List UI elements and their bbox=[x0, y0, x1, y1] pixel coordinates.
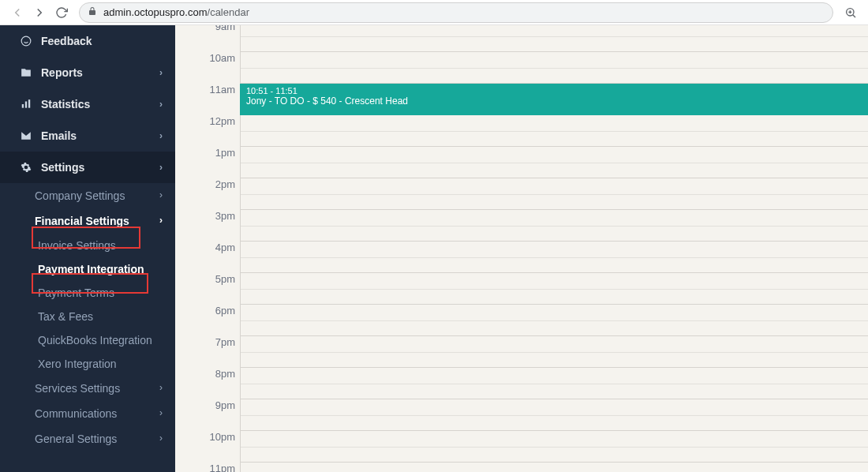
svg-line-3 bbox=[853, 14, 855, 17]
time-label: 10am bbox=[202, 52, 240, 84]
time-column: 9am10am11am12pm1pm2pm3pm4pm5pm6pm7pm8pm9… bbox=[202, 25, 240, 472]
time-label: 4pm bbox=[202, 242, 240, 273]
sidebar-subitem-payment-terms[interactable]: Payment Terms bbox=[38, 281, 175, 305]
chevron-right-icon: › bbox=[159, 433, 163, 444]
sub-label: Invoice Settings bbox=[38, 239, 116, 252]
hour-row[interactable] bbox=[241, 242, 868, 273]
sidebar-subitem-financial-settings[interactable]: Financial Settings › bbox=[35, 208, 175, 234]
chevron-right-icon: › bbox=[159, 407, 163, 418]
svg-point-4 bbox=[21, 36, 31, 46]
sub-label: Financial Settings bbox=[35, 215, 129, 227]
sub-label: QuickBooks Integration bbox=[38, 334, 152, 347]
sidebar-subitem-general-settings[interactable]: General Settings › bbox=[35, 426, 175, 451]
sidebar-subitem-communications[interactable]: Communications › bbox=[35, 401, 175, 426]
sub-label: General Settings bbox=[35, 433, 117, 445]
forward-button[interactable] bbox=[28, 2, 51, 24]
hour-row[interactable] bbox=[241, 52, 868, 84]
sidebar-label: Settings bbox=[41, 161, 84, 174]
chevron-right-icon: › bbox=[159, 382, 163, 393]
hour-row[interactable] bbox=[241, 463, 868, 472]
calendar-grid-container: 9am10am11am12pm1pm2pm3pm4pm5pm6pm7pm8pm9… bbox=[202, 25, 868, 472]
event-time: 10:51 - 11:51 bbox=[246, 86, 862, 96]
hour-row[interactable] bbox=[241, 431, 868, 463]
time-label: 6pm bbox=[202, 305, 240, 336]
url-host: admin.octopuspro.com bbox=[103, 6, 208, 18]
hour-row[interactable] bbox=[241, 178, 868, 210]
time-label: 3pm bbox=[202, 210, 240, 242]
svg-rect-7 bbox=[22, 104, 24, 108]
sidebar-subitem-tax-fees[interactable]: Tax & Fees bbox=[38, 305, 175, 328]
time-label: 11pm bbox=[202, 463, 240, 472]
sidebar: Feedback Reports › Statistics › Emails › bbox=[0, 25, 175, 472]
chevron-right-icon: › bbox=[159, 189, 163, 200]
time-label: 9pm bbox=[202, 399, 240, 431]
sidebar-item-emails[interactable]: Emails › bbox=[0, 120, 175, 152]
financial-submenu: Invoice Settings Payment Integration Pay… bbox=[35, 234, 175, 376]
hour-row[interactable] bbox=[241, 115, 868, 147]
chevron-right-icon: › bbox=[159, 130, 163, 141]
sub-label: Payment Integration bbox=[38, 263, 144, 275]
event-title: Jony - TO DO - $ 540 - Crescent Head bbox=[246, 96, 862, 107]
hour-row[interactable] bbox=[241, 25, 868, 52]
chevron-right-icon: › bbox=[159, 67, 163, 78]
hour-row[interactable] bbox=[241, 368, 868, 399]
time-label: 2pm bbox=[202, 178, 240, 210]
sub-label: Services Settings bbox=[35, 382, 120, 395]
hour-row[interactable] bbox=[241, 336, 868, 368]
back-button[interactable] bbox=[6, 2, 28, 24]
url-text: admin.octopuspro.com/calendar bbox=[103, 6, 249, 18]
hour-row[interactable] bbox=[241, 305, 868, 336]
chevron-right-icon: › bbox=[159, 215, 163, 226]
sub-label: Company Settings bbox=[35, 189, 125, 202]
app-container: Feedback Reports › Statistics › Emails › bbox=[0, 25, 868, 472]
time-label: 12pm bbox=[202, 115, 240, 147]
sidebar-subitem-company-settings[interactable]: Company Settings › bbox=[35, 183, 175, 208]
time-label: 10pm bbox=[202, 431, 240, 463]
sidebar-label: Reports bbox=[41, 66, 83, 79]
time-label: 7pm bbox=[202, 336, 240, 368]
sub-label: Communications bbox=[35, 407, 117, 420]
sidebar-item-feedback[interactable]: Feedback bbox=[0, 25, 175, 57]
main-content: 9am10am11am12pm1pm2pm3pm4pm5pm6pm7pm8pm9… bbox=[175, 25, 868, 472]
sidebar-subitem-quickbooks[interactable]: QuickBooks Integration bbox=[38, 328, 175, 352]
chevron-right-icon: › bbox=[159, 162, 163, 173]
hour-row[interactable] bbox=[241, 399, 868, 431]
sub-label: Tax & Fees bbox=[38, 310, 93, 323]
sidebar-item-reports[interactable]: Reports › bbox=[0, 57, 175, 88]
chevron-right-icon: › bbox=[159, 99, 163, 110]
folder-icon bbox=[19, 67, 33, 78]
settings-submenu: Company Settings › Financial Settings › … bbox=[0, 183, 175, 451]
time-label: 8pm bbox=[202, 368, 240, 399]
smile-icon bbox=[19, 36, 33, 47]
browser-toolbar: admin.octopuspro.com/calendar bbox=[0, 0, 868, 25]
chart-icon bbox=[19, 99, 33, 110]
hour-row[interactable] bbox=[241, 273, 868, 305]
svg-rect-8 bbox=[25, 102, 27, 108]
calendar-event[interactable]: 10:51 - 11:51 Jony - TO DO - $ 540 - Cre… bbox=[240, 84, 868, 115]
sub-label: Payment Terms bbox=[38, 287, 114, 299]
hour-row[interactable] bbox=[241, 210, 868, 242]
sidebar-label: Feedback bbox=[41, 35, 92, 47]
sidebar-subitem-services-settings[interactable]: Services Settings › bbox=[35, 376, 175, 401]
time-label: 1pm bbox=[202, 147, 240, 178]
gear-icon bbox=[19, 162, 33, 173]
zoom-button[interactable] bbox=[840, 2, 862, 24]
sidebar-subitem-invoice-settings[interactable]: Invoice Settings bbox=[38, 234, 175, 257]
hour-row[interactable] bbox=[241, 147, 868, 178]
sidebar-item-settings[interactable]: Settings › bbox=[0, 152, 175, 183]
address-bar[interactable]: admin.octopuspro.com/calendar bbox=[79, 2, 833, 23]
time-label: 11am bbox=[202, 84, 240, 115]
lock-icon bbox=[88, 6, 97, 18]
sidebar-label: Emails bbox=[41, 129, 77, 142]
svg-rect-9 bbox=[28, 99, 30, 108]
time-label: 5pm bbox=[202, 273, 240, 305]
sidebar-item-statistics[interactable]: Statistics › bbox=[0, 88, 175, 120]
time-label: 9am bbox=[202, 25, 240, 52]
sidebar-subitem-payment-integration[interactable]: Payment Integration bbox=[38, 257, 175, 281]
sub-label: Xero Integration bbox=[38, 358, 117, 370]
sidebar-subitem-xero[interactable]: Xero Integration bbox=[38, 352, 175, 376]
url-path: /calendar bbox=[208, 6, 249, 18]
reload-button[interactable] bbox=[51, 2, 73, 24]
sidebar-label: Statistics bbox=[41, 98, 90, 111]
mail-icon bbox=[19, 130, 33, 141]
